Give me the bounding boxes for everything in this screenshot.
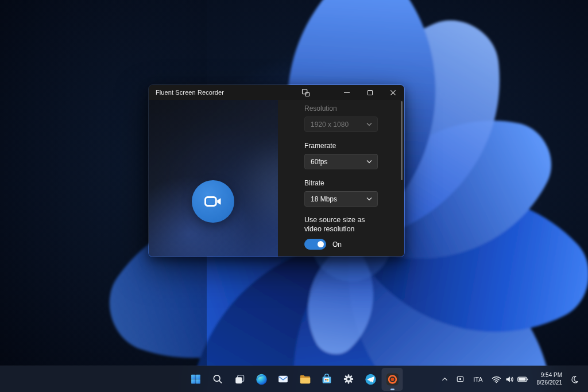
taskbar: ITA 9 (0, 366, 588, 392)
language-indicator[interactable]: ITA (469, 370, 487, 389)
taskbar-screen-recorder-button[interactable] (382, 368, 403, 391)
framerate-value: 60fps (311, 158, 327, 166)
taskbar-start-button[interactable] (185, 368, 207, 391)
edge-browser-icon (255, 373, 268, 386)
bitrate-dropdown[interactable]: 18 Mbps (304, 191, 378, 207)
show-desktop-strip[interactable] (583, 366, 586, 392)
resolution-label: Resolution (304, 104, 394, 112)
bitrate-label: Bitrate (304, 179, 394, 187)
close-icon (390, 90, 396, 96)
source-size-label: Use source size as video resolution (304, 215, 384, 234)
source-size-toggle[interactable] (304, 239, 326, 250)
scrollbar-thumb[interactable] (401, 101, 403, 180)
microsoft-store-icon (321, 373, 333, 385)
wifi-icon (492, 375, 501, 383)
maximize-button[interactable] (358, 85, 381, 100)
task-view-icon (234, 374, 245, 385)
tray-chevron-up-button[interactable] (438, 370, 452, 389)
toggle-knob (318, 241, 324, 247)
chevron-down-icon (366, 160, 372, 164)
mail-icon (277, 373, 289, 385)
file-explorer-icon (299, 373, 311, 386)
notification-center-button[interactable] (567, 370, 582, 389)
tray-app-button[interactable] (452, 370, 468, 389)
volume-icon (505, 375, 514, 383)
clock[interactable]: 9:54 PM 8/26/2021 (532, 370, 567, 389)
taskbar-search-button[interactable] (207, 368, 229, 391)
desktop: Fluent Screen Recorder (0, 0, 588, 392)
taskbar-edge-button[interactable] (251, 368, 272, 391)
settings-gear-icon (343, 373, 355, 385)
window-title: Fluent Screen Recorder (149, 89, 224, 96)
framerate-dropdown[interactable]: 60fps (304, 154, 378, 169)
resolution-value: 1920 x 1080 (311, 121, 349, 129)
window-titlebar[interactable]: Fluent Screen Recorder (149, 85, 404, 100)
taskbar-task-view-button[interactable] (229, 368, 250, 391)
screen-recorder-app-icon (385, 372, 399, 386)
tray-app-icon (456, 375, 465, 383)
fluent-screen-recorder-window: Fluent Screen Recorder (148, 84, 405, 257)
search-icon (212, 374, 223, 385)
telegram-icon (364, 373, 377, 386)
start-recording-button[interactable] (192, 180, 234, 223)
taskbar-center-icons (185, 366, 403, 392)
compact-overlay-icon (301, 88, 310, 97)
clock-time: 9:54 PM (541, 372, 562, 379)
taskbar-telegram-button[interactable] (360, 368, 381, 391)
capture-preview-pane (149, 100, 278, 257)
video-camera-icon (203, 191, 223, 212)
settings-pane: Resolution 1920 x 1080 Framerate 60fps B… (278, 100, 404, 257)
taskbar-store-button[interactable] (316, 368, 338, 391)
system-tray: ITA 9 (438, 366, 586, 392)
minimize-button[interactable] (335, 85, 358, 100)
taskbar-file-explorer-button[interactable] (295, 368, 316, 391)
caption-buttons (335, 85, 404, 100)
source-size-toggle-row: On (304, 239, 394, 250)
settings-scrollbar[interactable] (401, 100, 403, 257)
taskbar-settings-button[interactable] (338, 368, 359, 391)
focus-assist-moon-icon (571, 375, 579, 383)
bitrate-value: 18 Mbps (311, 195, 337, 203)
close-button[interactable] (381, 85, 404, 100)
maximize-icon (368, 90, 373, 95)
windows-start-icon (190, 373, 202, 385)
taskbar-mail-button[interactable] (273, 368, 294, 391)
minimize-icon (344, 92, 350, 93)
clock-date: 8/26/2021 (537, 379, 563, 386)
compact-overlay-button[interactable] (297, 85, 314, 100)
chevron-down-icon (366, 197, 372, 201)
chevron-up-icon (441, 375, 448, 383)
chevron-down-icon (366, 122, 372, 126)
toggle-state-label: On (332, 240, 342, 249)
battery-icon (517, 376, 528, 383)
resolution-dropdown[interactable]: 1920 x 1080 (304, 117, 378, 132)
network-volume-battery-button[interactable] (488, 370, 532, 389)
framerate-label: Framerate (304, 142, 394, 150)
